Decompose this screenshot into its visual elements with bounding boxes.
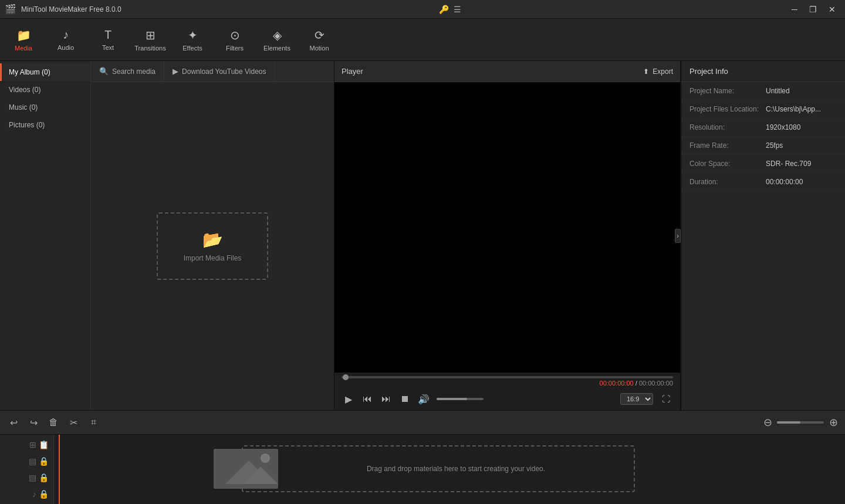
sidebar-item-pictures[interactable]: Pictures (0): [0, 116, 90, 134]
media-tab-search[interactable]: 🔍 Search media: [91, 61, 164, 82]
sidebar-item-videos[interactable]: Videos (0): [0, 81, 90, 99]
export-label: Export: [653, 67, 673, 76]
player-controls: ▶ ⏮ ⏭ ⏹ 🔊 16:9 4:3 1:1 9:16 ⛶: [334, 388, 680, 410]
zoom-out-button[interactable]: ⊖: [760, 415, 775, 429]
copy-track-icon[interactable]: 📋: [39, 440, 49, 449]
delete-button[interactable]: 🗑: [45, 414, 62, 431]
effects-icon: ✦: [188, 28, 198, 42]
toolbar-item-media[interactable]: 📁 Media: [2, 20, 45, 60]
filters-label: Filters: [226, 45, 244, 52]
main-content: My Album (0)Videos (0)Music (0)Pictures …: [0, 61, 845, 410]
zoom-slider-fill: [777, 421, 800, 424]
play-button[interactable]: ▶: [340, 391, 357, 407]
sidebar-item-music[interactable]: Music (0): [0, 99, 90, 116]
elements-icon: ◈: [273, 28, 282, 42]
export-button[interactable]: ⬆ Export: [643, 67, 673, 76]
minimize-button[interactable]: ─: [786, 3, 803, 16]
close-button[interactable]: ✕: [824, 3, 840, 16]
media-label: Media: [15, 45, 32, 52]
info-value-1: C:\Users\bj\App...: [766, 105, 837, 113]
lock-track-icon-2[interactable]: 🔒: [39, 473, 49, 482]
media-tabs: 🔍 Search media▶ Download YouTube Videos: [91, 61, 334, 82]
skip-forward-button[interactable]: ⏭: [378, 391, 394, 407]
project-info-row-4: Color Space: SDR- Rec.709: [681, 155, 845, 173]
info-value-4: SDR- Rec.709: [766, 160, 837, 168]
track-options-icon[interactable]: ▤: [29, 456, 36, 466]
titlebar-icons: 🔑 ☰: [439, 5, 461, 14]
titlebar-controls: ─ ❐ ✕: [786, 3, 840, 16]
player-title: Player: [342, 67, 363, 76]
toolbar-item-audio[interactable]: ♪ Audio: [45, 20, 87, 60]
toolbar-item-motion[interactable]: ⟳ Motion: [298, 20, 340, 60]
text-label: Text: [102, 44, 114, 51]
import-box[interactable]: 📂 Import Media Files: [157, 212, 268, 280]
toolbar-item-elements[interactable]: ◈ Elements: [256, 20, 298, 60]
sidebar-item-my-album[interactable]: My Album (0): [0, 63, 90, 81]
import-area: 📂 Import Media Files: [91, 82, 334, 410]
progress-thumb[interactable]: [343, 374, 349, 380]
info-value-0: Untitled: [766, 87, 837, 95]
project-info-row-3: Frame Rate: 25fps: [681, 137, 845, 155]
transitions-label: Transitions: [134, 45, 165, 52]
project-info-panel: Project Info Project Name: UntitledProje…: [681, 61, 845, 410]
toolbar-item-text[interactable]: T Text: [87, 20, 129, 60]
toolbar-item-filters[interactable]: ⊙ Filters: [214, 20, 256, 60]
media-icon: 📁: [16, 28, 31, 42]
search-tab-label: Search media: [112, 67, 156, 76]
motion-label: Motion: [309, 45, 329, 52]
stop-button[interactable]: ⏹: [397, 391, 413, 407]
media-tab-youtube[interactable]: ▶ Download YouTube Videos: [164, 61, 275, 82]
svg-point-3: [261, 454, 270, 463]
menu-icon[interactable]: ☰: [454, 5, 461, 14]
aspect-ratio-select[interactable]: 16:9 4:3 1:1 9:16: [620, 393, 653, 405]
undo-button[interactable]: ↩: [5, 414, 22, 431]
info-label-2: Resolution:: [689, 123, 766, 131]
player-progress: 00:00:00:00 / 00:00:00:00: [334, 373, 680, 388]
youtube-tab-label: Download YouTube Videos: [182, 67, 266, 76]
crop-button[interactable]: ⌗: [84, 414, 102, 431]
toolbar-item-effects[interactable]: ✦ Effects: [171, 20, 214, 60]
zoom-slider[interactable]: [777, 421, 824, 424]
drop-zone-image: [214, 449, 278, 489]
project-info-row-5: Duration: 00:00:00:00: [681, 173, 845, 191]
lock-track-icon[interactable]: 🔒: [39, 456, 49, 466]
volume-fill: [437, 398, 467, 400]
effects-label: Effects: [182, 45, 202, 52]
folder-icon: 📂: [202, 230, 223, 249]
audio-track-icon[interactable]: ♪: [32, 489, 36, 499]
transitions-icon: ⊞: [146, 28, 156, 42]
media-area: 🔍 Search media▶ Download YouTube Videos …: [91, 61, 334, 410]
volume-button[interactable]: 🔊: [415, 391, 432, 407]
timeline-track-row-4: ♪ 🔒: [2, 486, 51, 502]
add-track-icon[interactable]: ⊞: [29, 440, 36, 449]
restore-button[interactable]: ❐: [805, 3, 822, 16]
timeline-playhead: [59, 435, 60, 504]
progress-bar[interactable]: [342, 376, 673, 378]
youtube-tab-icon: ▶: [173, 67, 178, 76]
redo-button[interactable]: ↪: [25, 414, 42, 431]
info-label-5: Duration:: [689, 178, 766, 186]
filters-icon: ⊙: [230, 28, 240, 42]
app-title: MiniTool MovieMaker Free 8.0.0: [21, 5, 121, 13]
toolbar-item-transitions[interactable]: ⊞ Transitions: [129, 20, 171, 60]
key-icon[interactable]: 🔑: [439, 5, 449, 14]
zoom-in-button[interactable]: ⊕: [826, 415, 840, 429]
titlebar: 🎬 MiniTool MovieMaker Free 8.0.0 🔑 ☰ ─ ❐…: [0, 0, 845, 19]
audio-label: Audio: [58, 44, 74, 51]
motion-icon: ⟳: [315, 28, 325, 42]
project-info-row-2: Resolution: 1920x1080: [681, 119, 845, 137]
cut-button[interactable]: ✂: [65, 414, 82, 431]
audio-icon: ♪: [63, 28, 69, 42]
skip-back-button[interactable]: ⏮: [359, 391, 376, 407]
player-header: Player ⬆ Export: [334, 61, 680, 82]
info-label-1: Project Files Location:: [689, 105, 766, 113]
toolbar: 📁 Media♪ AudioT Text⊞ Transitions✦ Effec…: [0, 19, 845, 61]
fullscreen-button[interactable]: ⛶: [658, 391, 674, 407]
volume-slider[interactable]: [437, 398, 484, 400]
collapse-panel-button[interactable]: ›: [675, 229, 681, 243]
info-label-4: Color Space:: [689, 160, 766, 168]
player-screen: [334, 82, 680, 373]
track-options-icon-2[interactable]: ▤: [29, 473, 36, 482]
lock-audio-icon[interactable]: 🔒: [39, 489, 49, 499]
search-tab-icon: 🔍: [99, 67, 109, 76]
